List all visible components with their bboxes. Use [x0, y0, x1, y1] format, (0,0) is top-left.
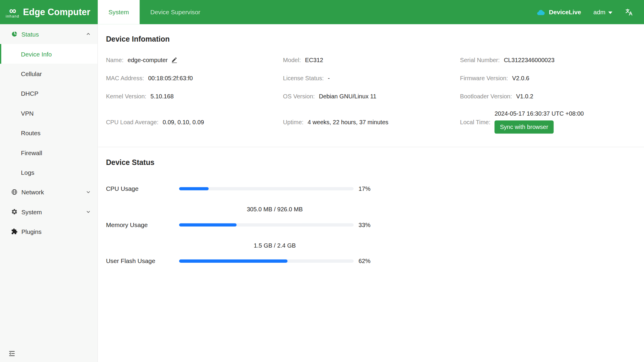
sidebar-item-status[interactable]: Status [0, 24, 97, 44]
sidebar-item-cellular[interactable]: Cellular [0, 64, 97, 83]
field-value: Debian GNU/Linux 11 [319, 93, 376, 100]
puzzle-icon [11, 228, 18, 235]
sidebar-item-system[interactable]: System [0, 202, 97, 221]
sidebar-item-label: Plugins [21, 228, 91, 235]
progress-track [179, 223, 354, 226]
field-uptime: Uptime: 4 weeks, 22 hours, 37 minutes [283, 110, 460, 134]
sidebar-item-label: Firewall [21, 149, 91, 156]
app-title: Edge Computer [23, 7, 91, 18]
sidebar-item-logs[interactable]: Logs [0, 162, 97, 182]
sidebar-item-label: VPN [21, 110, 91, 117]
meter-cpu-usage: CPU Usage 17% [106, 185, 636, 192]
field-serial-number: Serial Number: CL3122346000023 [460, 56, 636, 64]
meter-percent: 33% [359, 221, 371, 228]
progress-track [179, 187, 354, 190]
field-label: Model: [283, 57, 301, 63]
sidebar-item-network[interactable]: Network [0, 182, 97, 202]
local-time-block: 2024-05-17 16:30:37 UTC +08:00 Sync with… [495, 110, 584, 134]
devicelive-button[interactable]: DeviceLive [537, 8, 581, 16]
field-mac-address: MAC Address: 00:18:05:2f:63:f0 [106, 74, 283, 82]
field-value: 00:18:05:2f:63:f0 [148, 75, 193, 81]
field-value: 5.10.168 [151, 93, 174, 100]
field-local-time: Local Time: 2024-05-17 16:30:37 UTC +08:… [460, 110, 636, 134]
collapse-sidebar-button[interactable] [8, 350, 16, 357]
logo-text: inhand [6, 15, 19, 18]
header-right: DeviceLive adm [537, 0, 644, 24]
sidebar-item-label: Status [21, 31, 82, 38]
username: adm [594, 9, 605, 16]
globe-icon [11, 189, 18, 195]
field-model: Model: EC312 [283, 56, 460, 64]
sidebar-item-label: Device Info [21, 50, 91, 57]
meter-percent: 17% [359, 185, 371, 192]
field-value: 4 weeks, 22 hours, 37 minutes [308, 119, 388, 125]
sidebar-item-label: DHCP [21, 90, 91, 97]
inhand-logo-icon: ∞ inhand [6, 6, 19, 18]
field-value: - [328, 75, 330, 81]
field-value: CL3122346000023 [504, 57, 555, 63]
menu-fold-icon [8, 350, 16, 357]
meter-memory-usage: 305.0 MB / 926.0 MB Memory Usage 33% [106, 206, 636, 228]
chevron-up-icon [86, 32, 91, 37]
cloud-icon [537, 8, 545, 16]
sidebar-item-firewall[interactable]: Firewall [0, 143, 97, 162]
header-tabs: System Device Supervisor [98, 0, 211, 24]
field-label: License Status: [283, 75, 324, 81]
field-value: 0.09, 0.10, 0.09 [163, 119, 204, 125]
sidebar-item-label: Network [21, 188, 82, 196]
progress-track [179, 259, 354, 262]
chevron-down-icon [86, 209, 91, 214]
section-divider [98, 147, 644, 147]
sidebar-item-device-info[interactable]: Device Info [0, 44, 97, 64]
pencil-icon [171, 57, 178, 63]
sidebar-item-label: Cellular [21, 70, 91, 77]
progress-fill [179, 187, 209, 190]
field-value: V2.0.6 [512, 75, 529, 81]
meter-label: CPU Usage [106, 185, 179, 192]
meter-detail: 305.0 MB / 926.0 MB [179, 206, 371, 213]
tab-system[interactable]: System [98, 0, 140, 24]
meter-user-flash-usage: 1.5 GB / 2.4 GB User Flash Usage 62% [106, 242, 636, 265]
field-value: V1.0.2 [516, 93, 533, 100]
field-license-status: License Status: - [283, 74, 460, 82]
edit-name-button[interactable] [171, 57, 178, 63]
chevron-down-icon [608, 11, 613, 14]
field-label: Bootloader Version: [460, 93, 512, 100]
field-label: Firmware Version: [460, 75, 508, 81]
field-cpu-load-average: CPU Load Average: 0.09, 0.10, 0.09 [106, 110, 283, 134]
progress-fill [179, 223, 237, 226]
field-value: 2024-05-17 16:30:37 UTC +08:00 [495, 110, 584, 117]
language-switch-button[interactable] [625, 8, 633, 16]
sidebar-item-plugins[interactable]: Plugins [0, 222, 97, 241]
field-label: CPU Load Average: [106, 119, 159, 125]
sidebar-item-vpn[interactable]: VPN [0, 103, 97, 123]
field-label: OS Version: [283, 93, 315, 100]
sidebar-item-dhcp[interactable]: DHCP [0, 84, 97, 103]
sidebar-item-routes[interactable]: Routes [0, 123, 97, 143]
sync-with-browser-button[interactable]: Sync with browser [495, 120, 554, 133]
field-value: edge-computer [128, 57, 168, 63]
sidebar-item-label: Routes [21, 129, 91, 136]
device-info-grid: Name: edge-computer Model: EC312 Serial … [106, 56, 636, 133]
field-label: Kernel Version: [106, 93, 146, 100]
sidebar-item-label: System [21, 208, 82, 215]
field-os-version: OS Version: Debian GNU/Linux 11 [283, 92, 460, 100]
gear-icon [11, 208, 18, 215]
top-header: ∞ inhand Edge Computer System Device Sup… [0, 0, 644, 24]
field-firmware-version: Firmware Version: V2.0.6 [460, 74, 636, 82]
page-body: Status Device Info Cellular DHCP VPN Rou… [0, 24, 644, 362]
meter-detail: 1.5 GB / 2.4 GB [179, 242, 371, 249]
chevron-down-icon [86, 190, 91, 195]
meter-label: Memory Usage [106, 221, 179, 228]
app: ∞ inhand Edge Computer System Device Sup… [0, 0, 644, 362]
field-label: Uptime: [283, 119, 303, 125]
meter-label: User Flash Usage [106, 257, 179, 265]
tab-label: System [108, 9, 129, 16]
field-bootloader-version: Bootloader Version: V1.0.2 [460, 92, 636, 100]
translate-icon [625, 8, 633, 16]
field-kernel-version: Kernel Version: 5.10.168 [106, 92, 283, 100]
device-status-meters: CPU Usage 17% 305.0 MB / 926.0 MB Memory… [106, 185, 636, 264]
progress-fill [179, 259, 287, 262]
tab-device-supervisor[interactable]: Device Supervisor [140, 0, 211, 24]
user-menu[interactable]: adm [594, 9, 613, 16]
